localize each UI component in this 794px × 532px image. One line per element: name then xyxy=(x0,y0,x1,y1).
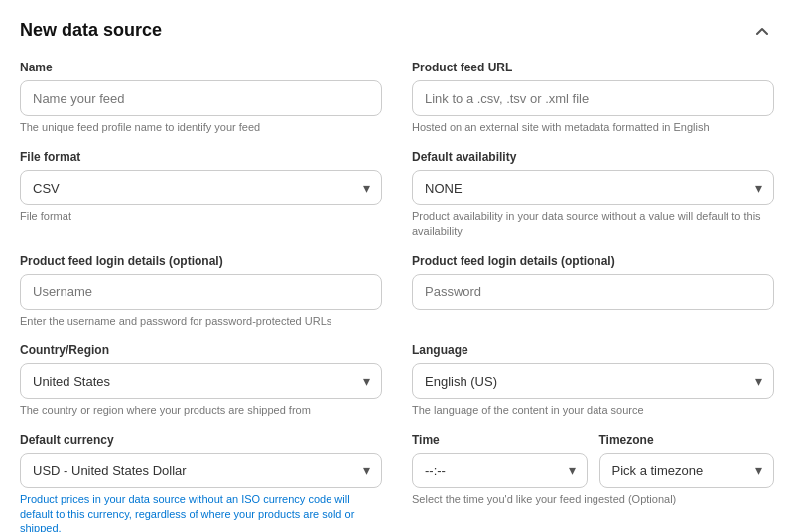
country-label: Country/Region xyxy=(20,343,382,357)
default-availability-label: Default availability xyxy=(412,150,774,164)
collapse-button[interactable] xyxy=(750,20,774,44)
timezone-group: Timezone Pick a timezone UTC Eastern Tim… xyxy=(599,433,775,488)
time-group: Time --:-- 12:00 AM 6:00 AM 12:00 PM 6:0… xyxy=(412,433,588,488)
time-label: Time xyxy=(412,433,588,447)
language-select[interactable]: English (US) English (UK) Spanish French xyxy=(412,363,774,399)
name-hint: The unique feed profile name to identify… xyxy=(20,120,382,134)
time-select-wrapper: --:-- 12:00 AM 6:00 AM 12:00 PM 6:00 PM xyxy=(412,453,588,488)
file-format-select-wrapper: CSV TSV XML xyxy=(20,170,382,205)
product-feed-url-label: Product feed URL xyxy=(412,61,774,74)
default-availability-select[interactable]: NONE in stock out of stock preorder xyxy=(412,170,774,205)
timezone-label: Timezone xyxy=(599,433,775,447)
name-label: Name xyxy=(20,61,382,74)
language-group: Language English (US) English (UK) Spani… xyxy=(412,343,774,417)
username-input[interactable] xyxy=(20,274,382,310)
time-select[interactable]: --:-- 12:00 AM 6:00 AM 12:00 PM 6:00 PM xyxy=(412,453,588,488)
currency-select[interactable]: USD - United States Dollar EUR - Euro GB… xyxy=(20,453,382,488)
language-select-wrapper: English (US) English (UK) Spanish French xyxy=(412,363,774,399)
file-format-label: File format xyxy=(20,150,382,164)
currency-label: Default currency xyxy=(20,433,382,447)
timezone-select[interactable]: Pick a timezone UTC Eastern Time (ET) Pa… xyxy=(599,453,775,488)
default-availability-hint: Product availability in your data source… xyxy=(412,209,774,238)
password-label: Product feed login details (optional) xyxy=(412,254,774,268)
form-grid: Name The unique feed profile name to ide… xyxy=(20,61,774,532)
password-input[interactable] xyxy=(412,274,774,310)
product-feed-url-input[interactable] xyxy=(412,80,774,116)
page-container: New data source Name The unique feed pro… xyxy=(0,0,794,532)
time-timezone-group: Time --:-- 12:00 AM 6:00 AM 12:00 PM 6:0… xyxy=(412,433,774,532)
file-format-select[interactable]: CSV TSV XML xyxy=(20,170,382,205)
country-select-wrapper: United States United Kingdom Canada Aust… xyxy=(20,363,382,399)
time-hint: Select the time you'd like your feed ing… xyxy=(412,492,774,506)
currency-group: Default currency USD - United States Dol… xyxy=(20,433,382,532)
password-group: Product feed login details (optional) xyxy=(412,254,774,328)
product-feed-url-group: Product feed URL Hosted on an external s… xyxy=(412,61,774,134)
default-availability-group: Default availability NONE in stock out o… xyxy=(412,150,774,238)
username-label: Product feed login details (optional) xyxy=(20,254,382,268)
name-group: Name The unique feed profile name to ide… xyxy=(20,61,382,134)
currency-select-wrapper: USD - United States Dollar EUR - Euro GB… xyxy=(20,453,382,488)
username-hint: Enter the username and password for pass… xyxy=(20,314,382,328)
country-select[interactable]: United States United Kingdom Canada Aust… xyxy=(20,363,382,399)
time-timezone-row: Time --:-- 12:00 AM 6:00 AM 12:00 PM 6:0… xyxy=(412,433,774,488)
page-title: New data source xyxy=(20,20,774,41)
name-input[interactable] xyxy=(20,80,382,116)
country-group: Country/Region United States United King… xyxy=(20,343,382,417)
currency-hint: Product prices in your data source witho… xyxy=(20,492,382,532)
default-availability-select-wrapper: NONE in stock out of stock preorder xyxy=(412,170,774,205)
timezone-select-wrapper: Pick a timezone UTC Eastern Time (ET) Pa… xyxy=(599,453,775,488)
file-format-hint: File format xyxy=(20,209,382,223)
username-group: Product feed login details (optional) En… xyxy=(20,254,382,328)
language-hint: The language of the content in your data… xyxy=(412,403,774,417)
language-label: Language xyxy=(412,343,774,357)
file-format-group: File format CSV TSV XML File format xyxy=(20,150,382,238)
country-hint: The country or region where your product… xyxy=(20,403,382,417)
product-feed-url-hint: Hosted on an external site with metadata… xyxy=(412,120,774,134)
